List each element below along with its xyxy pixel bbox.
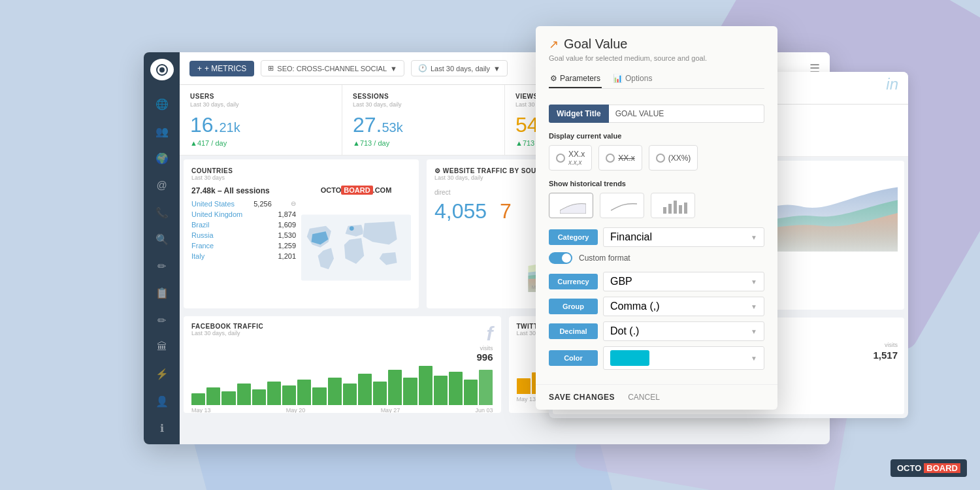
cancel-button[interactable]: CANCEL (628, 393, 660, 402)
goal-panel: ↗ Goal Value Goal value for selected med… (536, 26, 777, 410)
decimal-row: Decimal Dot (.) ▼ (549, 321, 764, 341)
svg-point-9 (350, 226, 354, 231)
time-label: Last 30 days, daily (431, 65, 490, 73)
sidebar-icon-bank[interactable]: 🏛 (150, 336, 174, 358)
tab-options[interactable]: 📊 Options (612, 70, 653, 88)
parameters-icon: ⚙ (550, 74, 557, 83)
display-option-1[interactable]: XX.x x.x,x (549, 145, 592, 171)
goal-title-row: ↗ Goal Value (549, 37, 764, 52)
trend-bar[interactable] (651, 193, 695, 218)
metric-sessions-value: 27.53k (353, 113, 494, 137)
add-metrics-label: + METRICS (204, 64, 246, 73)
fb-count: 996 (476, 351, 493, 363)
group-dropdown[interactable]: Comma (,) ▼ (603, 297, 764, 316)
chevron-icon: ▼ (390, 65, 397, 73)
tab-parameters-label: Parameters (560, 74, 600, 83)
sidebar-icon-lightning[interactable]: ⚡ (150, 363, 174, 385)
time-selector[interactable]: 🕐 Last 30 days, daily ▼ (411, 60, 508, 76)
countries-title: COUNTRIES (191, 167, 411, 174)
metric-users: USERS Last 30 days, daily 16.21k ▲417 / … (180, 85, 342, 155)
group-row: Group Comma (,) ▼ (549, 297, 764, 316)
category-label: Category (549, 229, 598, 245)
decimal-label: Decimal (549, 323, 598, 339)
chevron-icon: ▼ (493, 65, 500, 73)
svg-rect-15 (679, 205, 682, 214)
sidebar-logo (150, 59, 174, 80)
radio-2 (606, 154, 615, 163)
trend-area[interactable] (549, 193, 593, 218)
decimal-value: Dot (.) (610, 325, 639, 337)
sidebar-icon-at[interactable]: @ (150, 174, 174, 196)
metric-sessions-sublabel: Last 30 days, daily (353, 101, 494, 108)
category-dropdown[interactable]: Financial ▼ (603, 227, 764, 247)
color-row: Color ▼ (549, 346, 764, 370)
widget-title-row: Widget Title (549, 105, 764, 123)
custom-format-toggle[interactable] (549, 252, 572, 264)
historical-label: Show historical trends (549, 180, 764, 188)
sidebar-icon-globe2[interactable]: 🌍 (150, 148, 174, 169)
octoboard-brand: OCTO BOARD (890, 459, 967, 477)
decimal-arrow: ▼ (751, 328, 757, 335)
segment-selector[interactable]: ⊞ SEO: CROSS-CHANNEL SOCIAL ▼ (261, 60, 404, 76)
save-changes-button[interactable]: SAVE CHANGES (549, 393, 615, 402)
goal-panel-footer: SAVE CHANGES CANCEL (536, 384, 777, 410)
sidebar-icon-edit[interactable]: ✏ (150, 255, 174, 277)
fb-visits-label: visits (476, 345, 493, 351)
traffic-title: ⚙ WEBSITE TRAFFIC BY SOURCE (434, 167, 551, 174)
segment-label: SEO: CROSS-CHANNEL SOCIAL (277, 65, 387, 73)
country-total: 27.48k – All sessions (191, 186, 296, 195)
display-option-3[interactable]: (XX%) (649, 145, 698, 171)
countries-subtitle: Last 30 days (191, 174, 411, 181)
sidebar-icon-user[interactable]: 👤 (150, 390, 174, 412)
custom-format-row: Custom format (549, 252, 764, 264)
add-metrics-button[interactable]: + + METRICS (189, 61, 254, 76)
facebook-traffic-title: FACEBOOK TRAFFIC (191, 323, 263, 330)
currency-arrow: ▼ (751, 278, 757, 286)
metric-users-change: ▲417 / day (190, 139, 331, 147)
tab-parameters[interactable]: ⚙ Parameters (549, 70, 602, 88)
area-trend-preview (560, 197, 586, 214)
metric-users-label: USERS (190, 93, 331, 100)
decimal-dropdown[interactable]: Dot (.) ▼ (603, 321, 764, 341)
country-row-br: Brazil 1,609 (191, 220, 296, 230)
display-option-2[interactable]: XX.x (598, 145, 642, 171)
sidebar-icon-info[interactable]: ℹ (150, 417, 174, 439)
clock-icon: 🕐 (418, 64, 427, 73)
world-map (301, 195, 411, 300)
metric-users-sublabel: Last 30 days, daily (190, 101, 331, 108)
metric-sessions-change: ▲713 / day (353, 139, 494, 147)
radio-3 (656, 154, 665, 163)
brand-octo: OCTO (897, 463, 921, 473)
goal-title: Goal Value (564, 37, 627, 52)
metric-users-value: 16.21k (190, 113, 331, 137)
goal-tabs: ⚙ Parameters 📊 Options (549, 70, 764, 89)
trend-line[interactable] (600, 193, 644, 218)
widget-title-input[interactable] (609, 105, 764, 123)
goal-subtitle: Goal value for selected medium, source a… (549, 54, 764, 62)
currency-dropdown[interactable]: GBP ▼ (603, 272, 764, 291)
currency-value: GBP (610, 276, 632, 287)
color-dropdown[interactable]: ▼ (603, 346, 764, 370)
goal-panel-header: ↗ Goal Value Goal value for selected med… (536, 26, 777, 95)
sidebar-icon-search[interactable]: 🔍 (150, 229, 174, 250)
country-row-ru: Russia 1,530 (191, 230, 296, 240)
widget-title-button[interactable]: Widget Title (549, 105, 609, 123)
goal-icon: ↗ (549, 37, 559, 52)
custom-format-label: Custom format (579, 253, 630, 263)
group-arrow: ▼ (751, 303, 757, 310)
svg-rect-12 (663, 207, 666, 214)
plus-icon: + (197, 64, 202, 73)
facebook-traffic-card: FACEBOOK TRAFFIC Last 30 days, daily f v… (184, 316, 501, 413)
bar-trend-preview (662, 197, 688, 214)
traffic-other-value: 7 (500, 199, 512, 223)
display-options: XX.x x.x,x XX.x (XX%) (549, 145, 764, 171)
sidebar-icon-edit2[interactable]: ✏ (150, 310, 174, 331)
facebook-icon: f (487, 323, 493, 345)
goal-panel-body: Widget Title Display current value XX.x … (536, 95, 777, 384)
sidebar-icon-list[interactable]: 📋 (150, 282, 174, 304)
sidebar-icon-globe[interactable]: 🌐 (150, 93, 174, 115)
radio-1 (556, 154, 565, 163)
sidebar-icon-users[interactable]: 👥 (150, 121, 174, 142)
group-value: Comma (,) (610, 301, 660, 312)
sidebar-icon-phone[interactable]: 📞 (150, 201, 174, 223)
